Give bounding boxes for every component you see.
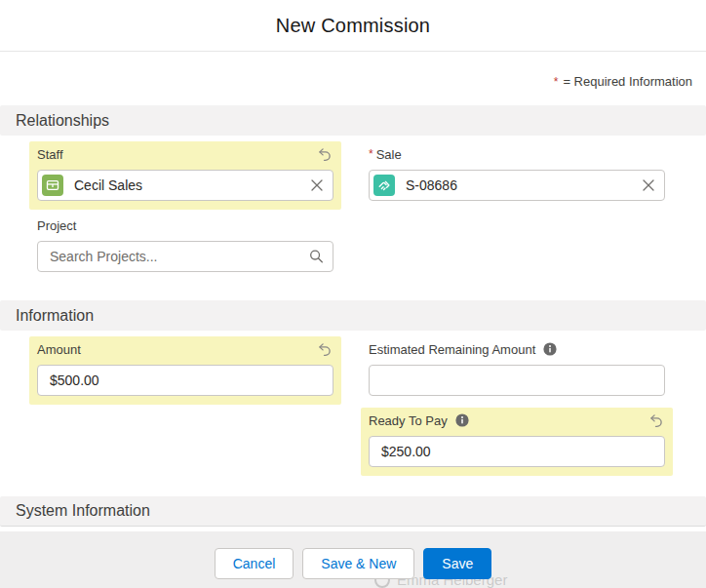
- relationships-fields: Staff: [0, 141, 706, 281]
- section-title: Relationships: [16, 112, 109, 130]
- staff-object-icon: [42, 175, 63, 196]
- undo-icon[interactable]: [317, 147, 332, 162]
- required-note-text: = Required Information: [563, 74, 692, 89]
- ready-to-pay-input-wrap: [369, 436, 665, 467]
- modal-header: New Commission: [0, 0, 706, 52]
- sale-input[interactable]: [369, 170, 665, 201]
- staff-input[interactable]: [37, 170, 333, 201]
- sale-field-group: * Sale: [361, 141, 673, 210]
- required-information-note: *= Required Information: [0, 74, 706, 90]
- required-asterisk: *: [369, 147, 373, 161]
- project-search-input[interactable]: [37, 241, 333, 272]
- section-title: Information: [16, 307, 94, 325]
- amount-field-group: Amount: [29, 336, 341, 405]
- cancel-button[interactable]: Cancel: [215, 548, 294, 579]
- sale-label: * Sale: [369, 146, 665, 162]
- estimated-remaining-amount-input[interactable]: [369, 365, 665, 396]
- clear-staff-icon[interactable]: [310, 178, 324, 192]
- estimated-remaining-amount-field-group: Estimated Remaining Amount: [361, 336, 673, 405]
- save-button[interactable]: Save: [423, 548, 491, 579]
- empty-cell: [29, 408, 341, 476]
- amount-input-wrap: [37, 365, 333, 396]
- estimated-remaining-amount-label: Estimated Remaining Amount: [369, 341, 665, 357]
- project-input-wrap: [37, 241, 333, 272]
- staff-field-group: Staff: [29, 141, 341, 210]
- estimated-remaining-amount-input-wrap: [369, 365, 665, 396]
- section-title: System Information: [16, 502, 150, 520]
- undo-icon[interactable]: [648, 413, 663, 428]
- undo-icon[interactable]: [317, 342, 332, 357]
- amount-input[interactable]: [37, 365, 333, 396]
- staff-label: Staff: [37, 146, 333, 162]
- empty-cell: [361, 213, 673, 281]
- new-commission-modal: New Commission *= Required Information R…: [0, 0, 706, 588]
- modal-footer: Emma Heiberger Cancel Save & New Save: [0, 531, 706, 588]
- sale-object-icon: [373, 175, 395, 196]
- staff-input-wrap: [37, 170, 333, 201]
- project-field-group: Project: [29, 213, 341, 281]
- information-fields: Amount Estimated Remaining Amount: [0, 336, 706, 476]
- ready-to-pay-field-group: Ready To Pay: [361, 408, 673, 476]
- sale-input-wrap: [369, 170, 665, 201]
- project-label: Project: [37, 217, 333, 233]
- ready-to-pay-label: Ready To Pay: [369, 412, 665, 428]
- required-asterisk: *: [554, 75, 559, 89]
- ready-to-pay-input[interactable]: [369, 436, 665, 467]
- footer-button-row: Cancel Save & New Save: [0, 531, 706, 579]
- search-icon[interactable]: [309, 250, 324, 264]
- section-header-information: Information: [0, 300, 706, 331]
- section-header-relationships: Relationships: [0, 105, 706, 136]
- save-and-new-button[interactable]: Save & New: [302, 548, 414, 579]
- info-icon[interactable]: [455, 413, 469, 427]
- clear-sale-icon[interactable]: [642, 178, 655, 192]
- section-header-system-information: System Information: [0, 496, 706, 527]
- amount-label: Amount: [37, 341, 333, 357]
- info-icon[interactable]: [543, 342, 557, 356]
- page-title: New Commission: [276, 15, 430, 37]
